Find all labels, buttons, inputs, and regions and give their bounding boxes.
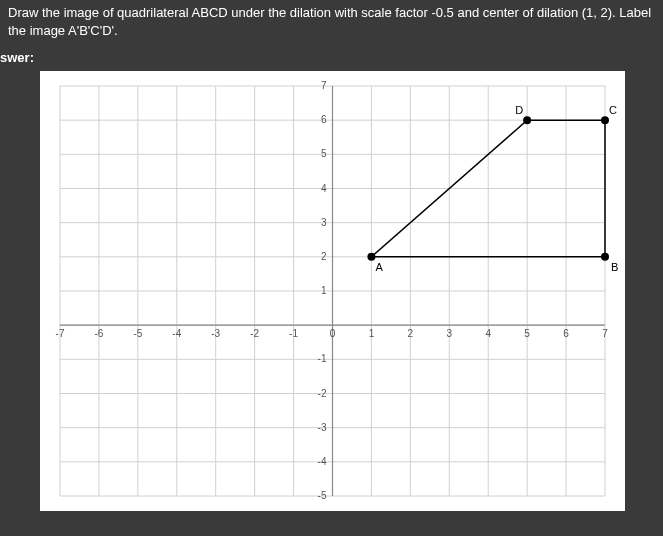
svg-text:3: 3	[321, 217, 327, 228]
vertex-C[interactable]	[601, 117, 609, 125]
vertex-label-B: B	[611, 261, 618, 273]
svg-text:-4: -4	[318, 456, 327, 467]
svg-text:-3: -3	[318, 422, 327, 433]
vertex-D[interactable]	[523, 117, 531, 125]
vertex-B[interactable]	[601, 253, 609, 261]
svg-text:6: 6	[321, 115, 327, 126]
svg-text:-3: -3	[211, 329, 220, 340]
svg-text:7: 7	[321, 80, 327, 91]
svg-text:2: 2	[321, 251, 327, 262]
svg-text:0: 0	[330, 329, 336, 340]
svg-text:6: 6	[563, 329, 569, 340]
svg-text:-1: -1	[289, 329, 298, 340]
svg-text:3: 3	[447, 329, 453, 340]
svg-text:5: 5	[321, 149, 327, 160]
svg-text:4: 4	[321, 183, 327, 194]
svg-text:-2: -2	[318, 388, 327, 399]
instruction-text: Draw the image of quadrilateral ABCD und…	[0, 0, 663, 42]
coordinate-grid: -7-6-5-4-3-2-101234567-5-4-3-2-11234567A…	[40, 71, 625, 511]
svg-text:5: 5	[524, 329, 530, 340]
svg-text:7: 7	[602, 329, 608, 340]
svg-text:1: 1	[321, 285, 327, 296]
instruction-line-2: the image A'B'C'D'.	[8, 23, 118, 38]
instruction-line-1: Draw the image of quadrilateral ABCD und…	[8, 5, 651, 20]
vertex-label-D: D	[515, 105, 523, 117]
svg-text:1: 1	[369, 329, 375, 340]
graph-canvas[interactable]: -7-6-5-4-3-2-101234567-5-4-3-2-11234567A…	[40, 71, 625, 511]
vertex-A[interactable]	[367, 253, 375, 261]
answer-label: swer:	[0, 42, 663, 71]
svg-text:-1: -1	[318, 354, 327, 365]
svg-text:-6: -6	[94, 329, 103, 340]
svg-text:-5: -5	[318, 490, 327, 501]
svg-text:-2: -2	[250, 329, 259, 340]
vertex-label-A: A	[375, 261, 383, 273]
svg-text:4: 4	[485, 329, 491, 340]
svg-text:-7: -7	[56, 329, 65, 340]
svg-text:-4: -4	[172, 329, 181, 340]
vertex-label-C: C	[609, 105, 617, 117]
svg-text:-5: -5	[133, 329, 142, 340]
svg-text:2: 2	[408, 329, 414, 340]
